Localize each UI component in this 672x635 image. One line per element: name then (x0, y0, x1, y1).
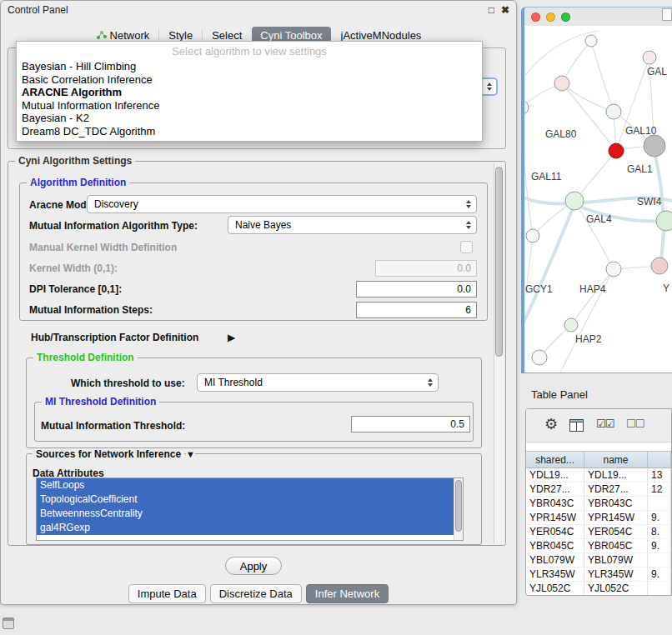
node-label[interactable]: HAP2 (575, 333, 601, 345)
close-traffic-light-icon[interactable] (531, 12, 540, 22)
column-header[interactable] (648, 452, 671, 468)
popup-option[interactable]: Bayesian - K2 (17, 112, 482, 125)
kernel-width-field[interactable]: 0.0 (375, 260, 477, 277)
tab-infer-network[interactable]: Infer Network (306, 584, 389, 603)
network-view-window: GAL GAL80 GAL10 GAL11 GAL1 SWI4 GAL4 GCY… (521, 7, 672, 373)
popup-option[interactable]: Bayesian - Hill Climbing (17, 60, 482, 73)
list-item-selected[interactable]: gal4RGexp (37, 521, 454, 535)
float-window-icon[interactable]: □ (489, 5, 494, 15)
dpi-tolerance-label: DPI Tolerance [0,1]: (29, 283, 122, 295)
control-panel-titlebar: Control Panel □ ✖ (1, 1, 516, 19)
which-threshold-label: Which threshold to use: (71, 378, 185, 389)
node-label[interactable]: GAL10 (625, 125, 656, 137)
node-label[interactable]: GAL4 (586, 213, 612, 225)
network-window-titlebar (524, 8, 672, 26)
table-row[interactable]: YER054CYER054C8. (526, 525, 671, 539)
list-item-selected[interactable]: SelfLoops (37, 478, 454, 492)
window-title: Control Panel (8, 4, 68, 16)
settings-scrollbar-thumb[interactable] (495, 167, 503, 357)
kernel-width-label: Kernel Width (0,1): (29, 262, 118, 274)
list-item-selected[interactable]: TopologicalCoefficient (37, 492, 454, 507)
node-label[interactable]: GAL1 (627, 163, 653, 175)
combo-arrows-icon (466, 200, 473, 208)
sources-title[interactable]: Sources for Network Inference (33, 448, 184, 460)
combo-arrows-icon (428, 378, 434, 387)
tab-separator (202, 29, 203, 41)
apply-button[interactable]: Apply (225, 557, 282, 575)
list-scrollbar-thumb[interactable] (455, 480, 462, 532)
hub-definition-label[interactable]: Hub/Transcription Factor Definition (31, 332, 198, 343)
column-header[interactable]: shared... (526, 452, 584, 468)
algorithm-definition-title: Algorithm Definition (27, 177, 129, 188)
node-label[interactable]: Y (663, 282, 669, 294)
dpi-tolerance-field[interactable]: 0.0 (356, 281, 477, 298)
threshold-definition-title: Threshold Definition (33, 352, 138, 363)
which-threshold-combobox[interactable]: MI Threshold (197, 373, 439, 392)
table-row[interactable]: YJL052CYJL052C (526, 582, 671, 596)
deselect-all-checkboxes-icon[interactable]: ☐☐ (626, 418, 644, 431)
settings-group-title: Cyni Algorithm Settings (15, 155, 135, 167)
tab-separator (158, 29, 159, 41)
aracne-mode-combobox[interactable]: Discovery (87, 195, 477, 213)
table-row[interactable]: YDR27...YDR27...12 (526, 482, 671, 497)
mi-steps-field[interactable]: 6 (356, 302, 477, 318)
node-label[interactable]: GAL80 (545, 128, 576, 140)
table-panel-window: ⚙ ☑☑ ☐☐ shared... name YDL19...YDL19...1… (525, 408, 672, 596)
mi-threshold-group-title: MI Threshold Definition (42, 396, 159, 408)
mi-algorithm-type-label: Mutual Information Algorithm Type: (29, 220, 198, 232)
network-scrollbar-fragment[interactable] (662, 8, 672, 21)
restore-panel-icon[interactable] (3, 618, 14, 629)
table-row[interactable]: YBL079WYBL079W (526, 553, 671, 568)
table-row[interactable]: YBR045CYBR045C9. (526, 539, 671, 553)
columns-icon[interactable] (569, 419, 584, 432)
list-scrollbar[interactable] (454, 478, 463, 540)
table-row[interactable]: YBR043CYBR043C (526, 497, 671, 511)
mi-threshold-field[interactable]: 0.5 (351, 416, 470, 432)
settings-scrollbar[interactable] (494, 163, 504, 543)
combo-arrows-icon (487, 82, 494, 91)
algorithm-dropdown-popup: Select algorithm to view settings Bayesi… (16, 41, 483, 142)
close-window-icon[interactable]: ✖ (501, 5, 509, 15)
desktop: Control Panel □ ✖ Network Style Select C… (0, 0, 672, 635)
popup-placeholder: Select algorithm to view settings (17, 43, 482, 60)
gear-icon[interactable]: ⚙ (544, 418, 558, 431)
node-label[interactable]: GCY1 (525, 283, 553, 295)
popup-option-selected[interactable]: ARACNE Algorithm (17, 86, 482, 99)
mi-steps-label: Mutual Information Steps: (29, 304, 153, 316)
table-toolbar: ⚙ ☑☑ ☐☐ (526, 409, 671, 442)
popup-option[interactable]: Dream8 DC_TDC Algorithm (17, 125, 482, 138)
node-label[interactable]: GAL (647, 66, 667, 78)
bottom-tabbar: Impute Data Discretize Data Infer Networ… (1, 584, 516, 603)
collapse-down-icon[interactable]: ▼ (186, 449, 195, 459)
node-label[interactable]: GAL11 (531, 171, 561, 182)
data-attributes-list: SelfLoops TopologicalCoefficient Between… (36, 478, 464, 541)
table-header-row: shared... name (526, 451, 671, 468)
list-item-selected[interactable]: BetweennessCentrality (37, 507, 454, 521)
control-panel-window: Control Panel □ ✖ Network Style Select C… (0, 0, 517, 605)
zoom-traffic-light-icon[interactable] (561, 12, 570, 22)
table-row[interactable]: YPR145WYPR145W9. (526, 511, 671, 525)
select-all-checkboxes-icon[interactable]: ☑☑ (596, 418, 614, 431)
table-row[interactable]: YDL19...YDL19...13 (526, 468, 671, 482)
collapse-right-icon[interactable]: ▶ (228, 332, 235, 343)
column-header[interactable]: name (584, 452, 648, 468)
mi-threshold-label: Mutual Information Threshold: (41, 420, 185, 432)
network-icon (96, 30, 107, 40)
aracne-mode-label: Aracne Mode: (29, 199, 95, 211)
table-panel-title: Table Panel (531, 388, 588, 401)
popup-option[interactable]: Basic Correlation Inference (17, 73, 482, 87)
tab-discretize-data[interactable]: Discretize Data (210, 584, 302, 603)
manual-kernel-width-checkbox[interactable] (460, 241, 473, 253)
tab-impute-data[interactable]: Impute Data (128, 584, 206, 603)
table-row[interactable]: YLR345WYLR345W9. (526, 568, 671, 582)
minimize-traffic-light-icon[interactable] (546, 12, 555, 22)
node-label[interactable]: SWI4 (637, 196, 661, 208)
combo-arrows-icon (466, 221, 473, 229)
node-label[interactable]: HAP4 (579, 283, 605, 295)
network-canvas[interactable]: GAL GAL80 GAL10 GAL11 GAL1 SWI4 GAL4 GCY… (524, 26, 672, 372)
mi-algorithm-type-combobox[interactable]: Naive Bayes (228, 216, 477, 234)
popup-option[interactable]: Mutual Information Inference (17, 99, 482, 112)
manual-kernel-width-label: Manual Kernel Width Definition (29, 242, 177, 253)
